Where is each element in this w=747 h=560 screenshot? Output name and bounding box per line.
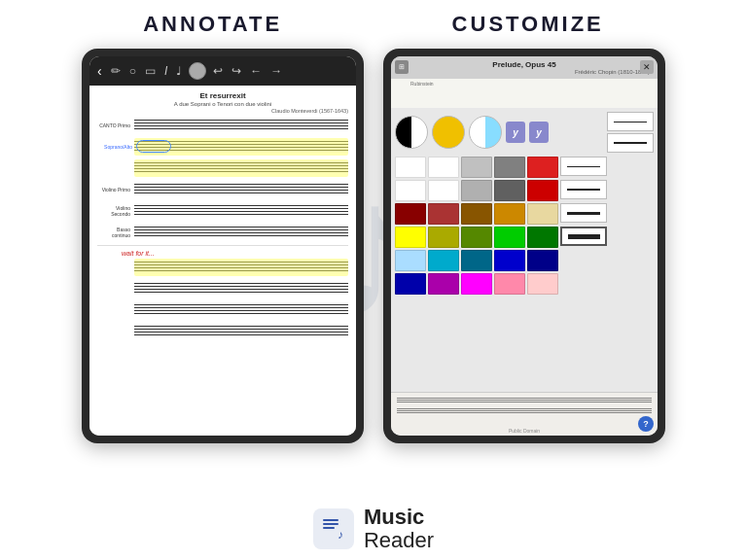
color-lgrey[interactable] [461,157,492,178]
wait-text: wait for it... [122,250,348,257]
color-green[interactable] [494,227,525,248]
color-darkblue[interactable] [527,250,558,271]
public-domain-label: Public Domain [509,428,540,434]
customize-inner: ⊞ Prelude, Opus 45 Frédéric Chopin (1810… [391,56,658,436]
mini-staff-2 [397,101,652,108]
color-red-bright[interactable] [527,157,558,178]
color-olivegrn[interactable] [461,227,492,248]
staff-row-canto: CANTO Primo [97,117,348,134]
color-blue[interactable] [494,250,525,271]
app-icon: ♪ [313,508,354,549]
line-weight-5[interactable] [560,203,607,223]
right-score-composer: Frédéric Chopin (1810-1849) [399,69,650,75]
color-darkgreen[interactable] [527,227,558,248]
rectangle-tool-icon[interactable]: ▭ [143,62,158,80]
music-reader-icon: ♪ [318,513,349,544]
color-row-1 [395,157,654,178]
color-brown[interactable] [461,203,492,225]
staff-row-soprano2 [97,159,348,177]
close-button[interactable]: ✕ [640,60,654,74]
color-mgrey[interactable] [461,180,492,201]
icon-line1 [323,519,338,521]
color-red[interactable] [527,180,558,201]
prev-page-icon[interactable]: ← [248,62,264,80]
sheet-bottom: wait for it... [97,245,348,340]
color-white-3[interactable] [395,180,426,201]
color-row-5 [395,250,654,271]
color-yellow[interactable] [395,227,426,248]
color-row-3 [395,203,654,225]
customize-screen: ⊞ Prelude, Opus 45 Frédéric Chopin (1810… [391,56,658,436]
color-teal[interactable] [461,250,492,271]
staff-row-violino2: Violino Secondo [97,202,348,220]
bottom-lines-2 [134,280,348,298]
line-weight-3[interactable] [560,157,607,176]
color-picker[interactable] [189,62,206,80]
line-bar-3 [567,166,601,167]
svg-text:♪: ♪ [338,528,343,542]
undo-icon[interactable]: ↩ [211,62,225,80]
color-tan[interactable] [527,203,558,225]
line-bar-medium [614,142,648,144]
color-hotpink[interactable] [494,273,525,295]
color-row-2 [395,180,654,201]
sheet-subtitle: A due Soprani o Tenori con due violini [97,101,348,107]
bottom-lines-4 [134,323,348,340]
color-lightblue[interactable] [395,250,426,271]
staff-label-violino2: Violino Secondo [97,205,134,217]
y-button-1[interactable]: y [506,122,525,143]
redo-icon[interactable]: ↪ [230,62,243,80]
color-white-2[interactable] [428,157,459,178]
color-cyan[interactable] [428,250,459,271]
line-bar-thin [614,122,648,122]
color-palette [395,157,654,295]
line-weight-thin[interactable] [607,112,654,131]
color-darkyellow[interactable] [428,227,459,248]
line-weight-medium[interactable] [607,133,654,153]
customize-tablet: ⊞ Prelude, Opus 45 Frédéric Chopin (1810… [383,49,665,443]
spacer-5 [560,250,607,271]
bottom-lines-1 [134,259,348,276]
next-page-icon[interactable]: → [268,62,284,80]
bottom-mini-staff-2 [397,408,652,417]
color-white-1[interactable] [395,157,426,178]
staff-label-basso: Basso continuo [97,227,134,238]
help-button[interactable]: ? [638,416,654,432]
footer-text: Music Reader [364,506,434,552]
color-navyblue[interactable] [395,273,426,295]
back-button[interactable]: ‹ [95,61,104,81]
app-sub: Reader [364,529,434,552]
black-white-swatch[interactable] [395,116,428,149]
grid-view-button[interactable]: ⊞ [395,60,409,74]
spacer-6 [560,273,607,295]
staff-lines-basso [134,224,348,241]
pencil-icon[interactable]: ✏ [109,62,123,80]
color-purple[interactable] [428,273,459,295]
annotate-tablet: ‹ ✏ ○ ▭ I ♩ ↩ ↪ ← → Et resurrexit A due … [82,49,364,443]
mini-score-label: Rubinstein [410,81,434,87]
color-medred[interactable] [428,203,459,225]
text-tool-icon[interactable]: I [162,62,169,80]
note-tool-icon[interactable]: ♩ [174,62,184,80]
line-bar-4 [567,189,601,191]
line-weight-4[interactable] [560,180,607,199]
line-weight-6[interactable] [560,227,607,246]
staff-lines-canto [134,117,348,134]
y-button-2[interactable]: y [529,122,549,143]
line-bar-5 [567,212,601,215]
cyan-white-swatch[interactable] [469,116,502,149]
color-dgrey[interactable] [494,180,525,201]
bottom-highlight-1 [134,259,348,276]
color-lightpink[interactable] [527,273,558,295]
line-bar-6 [568,234,600,239]
color-white-4[interactable] [428,180,459,201]
color-darkred[interactable] [395,203,426,225]
bottom-score-strip: Public Domain ? [391,392,658,436]
annotate-heading: ANNOTATE [143,12,282,37]
bottom-staff-4 [97,323,348,340]
color-magenta[interactable] [461,273,492,295]
circle-tool-icon[interactable]: ○ [127,62,138,80]
color-grey[interactable] [494,157,525,178]
color-orange[interactable] [494,203,525,225]
yellow-swatch[interactable] [432,116,465,149]
